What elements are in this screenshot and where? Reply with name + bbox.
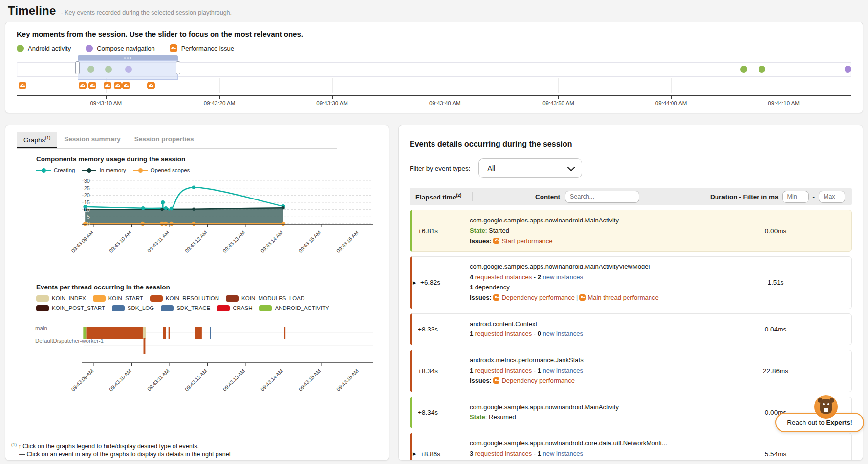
- performance-issue-marker[interactable]: [147, 82, 155, 89]
- event-elapsed-time: +8.34s: [416, 401, 467, 424]
- category-swatch-icon: [93, 295, 106, 302]
- axis-tick-label: 09:43:50 AM: [542, 100, 574, 106]
- events-panel: Events details occurring during the sess…: [398, 125, 863, 461]
- svg-text:09:43:16 AM: 09:43:16 AM: [335, 229, 360, 253]
- event-accent-bar: [410, 256, 412, 309]
- category-swatch-icon: [226, 295, 239, 302]
- svg-text:20: 20: [84, 192, 90, 198]
- legend-label: ANDROID_ACTIVITY: [275, 305, 329, 311]
- event-elapsed-time: +8.33s: [416, 318, 467, 341]
- svg-text:09:43:09 AM: 09:43:09 AM: [70, 367, 94, 392]
- memory-legend-item[interactable]: Opened scopes: [133, 167, 190, 173]
- performance-issue-marker[interactable]: [88, 82, 96, 89]
- performance-issue-icon: [493, 377, 499, 384]
- svg-text:09:43:16 AM: 09:43:16 AM: [335, 367, 360, 392]
- tab-graphs[interactable]: Graphs(1): [17, 132, 57, 148]
- event-accent-bar: [410, 433, 412, 461]
- event-duration: 5.54ms: [706, 438, 846, 461]
- graphs-panel: Graphs(1)Session summarySession properti…: [5, 125, 389, 461]
- performance-issue-marker[interactable]: [122, 82, 130, 89]
- expand-triangle-icon[interactable]: ▶: [413, 280, 418, 285]
- event-row[interactable]: +8.34sandroidx.metrics.performance.JankS…: [410, 350, 852, 392]
- memory-usage-chart[interactable]: 09:43:09 AM09:43:10 AM09:43:11 AM09:43:1…: [31, 173, 389, 265]
- svg-text:0: 0: [87, 221, 90, 227]
- memory-legend-item[interactable]: Creating: [36, 167, 75, 173]
- svg-text:09:43:14 AM: 09:43:14 AM: [260, 229, 284, 253]
- svg-text:25: 25: [84, 185, 90, 191]
- svg-text:09:43:13 AM: 09:43:13 AM: [221, 367, 246, 392]
- event-duration: 1.51s: [706, 261, 846, 304]
- timeline-gridline: [332, 78, 333, 93]
- event-row[interactable]: ▶+6.82scom.google.samples.apps.nowinandr…: [410, 256, 852, 309]
- legend-label: Creating: [54, 167, 75, 173]
- timeline-gridline: [445, 78, 445, 93]
- timeline-legend-item[interactable]: Compose navigation: [86, 45, 155, 52]
- legend-label: KOIN_RESOLUTION: [166, 295, 219, 301]
- svg-text:09:43:12 AM: 09:43:12 AM: [184, 367, 208, 392]
- timeline-axis: [17, 95, 851, 96]
- thread-legend-item[interactable]: ANDROID_ACTIVITY: [259, 305, 329, 311]
- event-dot-icon: [86, 45, 93, 52]
- events-per-thread-chart[interactable]: mainDefaultDispatcher-worker-109:43:09 A…: [31, 311, 389, 402]
- legend-label: KOIN_INDEX: [52, 295, 86, 301]
- duration-min-input[interactable]: [782, 191, 809, 203]
- page-title: Timeline: [8, 4, 56, 18]
- timeline-legend-item[interactable]: Performance issue: [170, 44, 234, 52]
- svg-text:09:43:15 AM: 09:43:15 AM: [297, 367, 322, 392]
- svg-text:09:43:10 AM: 09:43:10 AM: [108, 229, 132, 253]
- slider-range-fill[interactable]: [78, 60, 178, 80]
- thread-chart-legend: KOIN_INDEXKOIN_STARTKOIN_RESOLUTIONKOIN_…: [36, 295, 349, 311]
- slider-selected-range[interactable]: [78, 55, 178, 80]
- event-row[interactable]: +8.33sandroid.content.Context1 requested…: [410, 313, 852, 346]
- timeline-slider[interactable]: 09:43:10 AM09:43:20 AM09:43:30 AM09:43:4…: [17, 58, 851, 107]
- timeline-legend-item[interactable]: Android activity: [17, 45, 71, 52]
- event-row[interactable]: ▶+8.86scom.google.samples.apps.nowinandr…: [410, 433, 852, 461]
- thread-legend-item[interactable]: KOIN_POST_START: [36, 305, 105, 311]
- expert-avatar[interactable]: [814, 395, 838, 419]
- performance-issue-marker[interactable]: [19, 82, 26, 89]
- graphs-footnote: (1)↑Click on the graphs legend to hide/d…: [11, 442, 230, 459]
- svg-text:09:43:15 AM: 09:43:15 AM: [297, 229, 322, 253]
- key-moments-intro: Key moments from the session. Use the sl…: [17, 30, 851, 38]
- performance-issue-icon: [579, 294, 586, 301]
- axis-tick: [558, 96, 559, 99]
- thread-legend-item[interactable]: KOIN_RESOLUTION: [150, 295, 219, 302]
- axis-tick: [332, 96, 333, 99]
- slider-right-handle[interactable]: [176, 61, 180, 74]
- memory-legend-item[interactable]: In memory: [82, 167, 126, 173]
- expand-triangle-icon[interactable]: ▶: [413, 451, 418, 456]
- tab-session-properties[interactable]: Session properties: [128, 132, 201, 148]
- slider-drag-handle[interactable]: [78, 55, 178, 60]
- tab-bar: Graphs(1)Session summarySession properti…: [17, 132, 337, 149]
- content-search-input[interactable]: [565, 191, 639, 203]
- axis-tick: [445, 96, 445, 99]
- thread-legend-item[interactable]: SDK_TRACE: [161, 305, 210, 311]
- thread-legend-item[interactable]: CRASH: [217, 305, 252, 311]
- slider-left-handle[interactable]: [75, 61, 80, 74]
- timeline-gridline: [784, 78, 784, 93]
- tab-session-summary[interactable]: Session summary: [57, 132, 128, 148]
- legend-label: Performance issue: [181, 45, 234, 52]
- svg-text:09:43:09 AM: 09:43:09 AM: [70, 229, 94, 253]
- page-subtitle: - Key events recorded during the selecte…: [61, 9, 232, 16]
- event-elapsed-time: ▶+6.82s: [416, 261, 467, 304]
- elapsed-time-column-header: Elapsed time(2): [410, 193, 472, 201]
- performance-issue-icon: [493, 238, 499, 244]
- thread-legend-item[interactable]: KOIN_MODULES_LOAD: [226, 295, 304, 302]
- event-type-dropdown[interactable]: All: [478, 158, 582, 178]
- performance-issue-marker[interactable]: [104, 82, 111, 89]
- event-duration: 0.04ms: [706, 318, 846, 341]
- svg-text:09:43:10 AM: 09:43:10 AM: [108, 367, 132, 392]
- performance-issue-marker[interactable]: [79, 82, 87, 89]
- event-row[interactable]: +6.81scom.google.samples.apps.nowinandro…: [410, 210, 852, 252]
- timeline-event-dot[interactable]: [740, 66, 747, 73]
- duration-max-input[interactable]: [819, 191, 845, 203]
- performance-issue-marker[interactable]: [114, 82, 122, 89]
- thread-legend-item[interactable]: KOIN_INDEX: [36, 295, 86, 302]
- legend-label: Compose navigation: [97, 45, 155, 52]
- legend-toggle-arrow-icon: ↑: [17, 443, 22, 450]
- thread-legend-item[interactable]: KOIN_START: [93, 295, 143, 302]
- category-swatch-icon: [112, 305, 125, 311]
- svg-text:09:43:14 AM: 09:43:14 AM: [260, 367, 284, 392]
- thread-legend-item[interactable]: SDK_LOG: [112, 305, 154, 311]
